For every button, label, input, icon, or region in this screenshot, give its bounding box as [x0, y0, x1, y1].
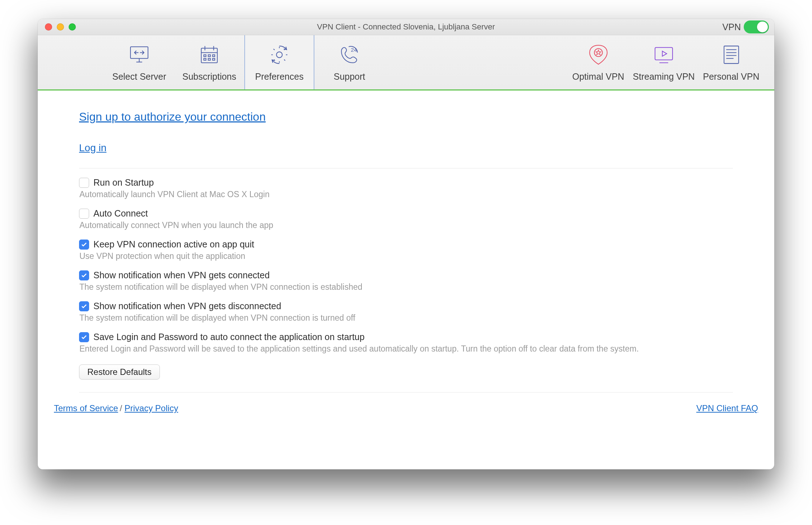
option-label: Show notification when VPN gets disconne… — [93, 301, 281, 311]
option-keep-active: Keep VPN connection active on app quit U… — [79, 239, 733, 261]
svg-point-8 — [276, 52, 282, 57]
preferences-content: Sign up to authorize your connection Log… — [38, 90, 774, 421]
tab-label: Support — [334, 71, 365, 82]
svg-rect-4 — [213, 55, 215, 56]
svg-rect-11 — [655, 47, 673, 60]
faq-link[interactable]: VPN Client FAQ — [696, 403, 758, 413]
minimize-window-button[interactable] — [57, 23, 64, 31]
phone-24-icon: 24 — [338, 43, 361, 68]
svg-rect-6 — [208, 58, 210, 60]
option-auto-connect: Auto Connect Automatically connect VPN w… — [79, 208, 733, 230]
tab-streaming-vpn[interactable]: Streaming VPN — [631, 35, 697, 89]
checkbox-notif-disconnected[interactable] — [79, 301, 89, 311]
svg-rect-2 — [204, 55, 206, 56]
options-list: Run on Startup Automatically launch VPN … — [79, 177, 733, 380]
restore-defaults-button[interactable]: Restore Defaults — [79, 364, 160, 380]
server-rack-icon — [720, 43, 743, 68]
option-desc: Entered Login and Password will be saved… — [79, 344, 733, 354]
tab-label: Optimal VPN — [572, 71, 624, 82]
tab-subscriptions[interactable]: Subscriptions — [174, 35, 244, 89]
auth-links: Sign up to authorize your connection Log… — [79, 110, 733, 154]
vpn-status-label: VPN — [723, 22, 741, 32]
calendar-icon — [198, 43, 221, 68]
checkbox-save-login[interactable] — [79, 332, 89, 342]
gear-sync-icon — [268, 43, 291, 68]
option-desc: The system notification will be displaye… — [79, 282, 733, 292]
vpn-toggle-switch[interactable] — [744, 20, 769, 33]
svg-rect-7 — [213, 58, 215, 60]
terms-of-service-link[interactable]: Terms of Service — [54, 403, 118, 413]
window-title: VPN Client - Connected Slovenia, Ljublja… — [38, 22, 774, 32]
play-screen-icon — [652, 43, 675, 68]
option-desc: Automatically connect VPN when you launc… — [79, 220, 733, 230]
option-desc: Use VPN protection when quit the applica… — [79, 251, 733, 261]
login-link[interactable]: Log in — [79, 142, 106, 154]
option-label: Keep VPN connection active on app quit — [93, 239, 254, 250]
footer-separator: / — [120, 403, 124, 413]
option-label: Save Login and Password to auto connect … — [93, 332, 365, 342]
checkbox-keep-active[interactable] — [79, 240, 89, 250]
tab-label: Preferences — [255, 71, 304, 82]
tab-select-server[interactable]: Select Server — [104, 35, 174, 89]
tab-preferences[interactable]: Preferences — [244, 35, 314, 89]
option-run-startup: Run on Startup Automatically launch VPN … — [79, 177, 733, 199]
zoom-window-button[interactable] — [69, 23, 76, 31]
tab-label: Personal VPN — [703, 71, 759, 82]
checkbox-notif-connected[interactable] — [79, 270, 89, 280]
tab-support[interactable]: 24 Support — [314, 35, 384, 89]
option-save-login: Save Login and Password to auto connect … — [79, 332, 733, 354]
tab-label: Select Server — [112, 71, 166, 82]
tab-label: Streaming VPN — [633, 71, 695, 82]
privacy-policy-link[interactable]: Privacy Policy — [125, 403, 178, 413]
option-notif-disconnected: Show notification when VPN gets disconne… — [79, 301, 733, 323]
option-label: Auto Connect — [93, 208, 148, 219]
tab-label: Subscriptions — [182, 71, 236, 82]
option-label: Show notification when VPN gets connecte… — [93, 270, 270, 280]
option-desc: Automatically launch VPN Client at Mac O… — [79, 190, 733, 199]
option-desc: The system notification will be displaye… — [79, 313, 733, 323]
footer: Terms of Service / Privacy Policy VPN Cl… — [79, 392, 733, 413]
badge-star-icon — [587, 43, 610, 68]
signup-link[interactable]: Sign up to authorize your connection — [79, 110, 266, 123]
option-notif-connected: Show notification when VPN gets connecte… — [79, 270, 733, 292]
monitor-arrows-icon — [128, 43, 151, 68]
svg-rect-3 — [208, 55, 210, 56]
divider — [79, 168, 733, 168]
titlebar: VPN Client - Connected Slovenia, Ljublja… — [38, 19, 774, 35]
svg-rect-12 — [724, 46, 739, 64]
svg-rect-0 — [130, 47, 148, 59]
checkbox-run-startup[interactable] — [79, 178, 89, 188]
tab-personal-vpn[interactable]: Personal VPN — [699, 35, 763, 89]
close-window-button[interactable] — [45, 23, 52, 31]
svg-rect-5 — [204, 58, 206, 60]
app-window: VPN Client - Connected Slovenia, Ljublja… — [38, 19, 774, 469]
checkbox-auto-connect[interactable] — [79, 209, 89, 219]
toolbar: Select Server Subscriptions — [38, 35, 774, 90]
traffic-lights — [38, 23, 76, 31]
svg-text:24: 24 — [351, 47, 357, 53]
option-label: Run on Startup — [93, 177, 154, 188]
tab-optimal-vpn[interactable]: Optimal VPN — [568, 35, 629, 89]
